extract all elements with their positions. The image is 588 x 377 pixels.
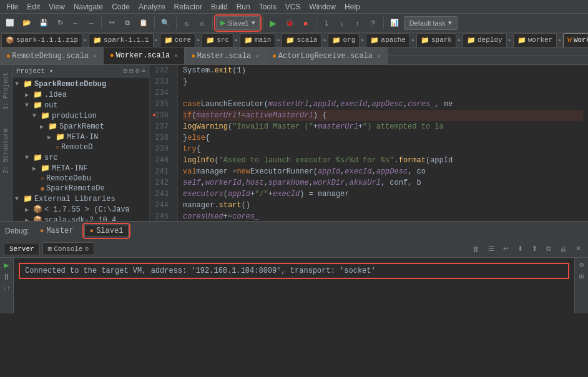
- file-path-deploy[interactable]: 📁 deploy: [463, 33, 507, 47]
- code-line-243[interactable]: executors(appId + "/" + execId) = manage…: [183, 188, 583, 200]
- code-line-242[interactable]: self, workerId, host, sparkHome, workDir…: [183, 177, 583, 188]
- file-path-worker[interactable]: 📁 worker: [513, 33, 557, 47]
- file-path-spark2[interactable]: 📁 spark: [416, 33, 456, 47]
- run-btn[interactable]: ▶: [267, 16, 280, 30]
- layout-icon[interactable]: ⊞: [579, 272, 584, 282]
- tab-master-scala[interactable]: ● Master.scala ✕: [185, 47, 266, 65]
- undo-btn[interactable]: ⎌: [180, 16, 194, 30]
- forward-btn[interactable]: →: [84, 16, 98, 30]
- settings-icon[interactable]: ⚙: [579, 260, 584, 270]
- file-path-main[interactable]: 📁 main: [240, 33, 275, 47]
- code-line-241[interactable]: val manager = new ExecutorRunner(appId, …: [183, 166, 583, 177]
- step-out-btn[interactable]: ↑: [351, 16, 365, 30]
- tree-metain[interactable]: ▶ 📁 META-IN: [12, 132, 149, 142]
- menu-run[interactable]: Run: [233, 1, 254, 12]
- scroll-top-btn[interactable]: ⬆: [529, 243, 541, 255]
- file-path-core[interactable]: 📁 core: [160, 33, 195, 47]
- step-over-btn[interactable]: ⤵: [320, 16, 333, 30]
- slave-run-config-btn[interactable]: ▶ Slave1 ▾: [216, 16, 260, 30]
- menu-help[interactable]: Help: [341, 1, 364, 12]
- tab-actor-log[interactable]: ● ActorLogReceive.scala ✕: [266, 47, 388, 65]
- file-path-src[interactable]: 📁 src: [202, 33, 233, 47]
- coverage-btn[interactable]: 📊: [387, 16, 402, 30]
- code-line-233[interactable]: }: [183, 76, 583, 87]
- project-tab-label[interactable]: 1: Project: [2, 72, 9, 110]
- scroll-end-btn[interactable]: ⬇: [514, 243, 526, 255]
- play-icon[interactable]: ▶: [4, 260, 9, 270]
- tree-production[interactable]: ▼ 📁 production: [12, 110, 149, 121]
- debug-tab-slave1[interactable]: ● Slave1: [84, 225, 129, 237]
- stop-btn[interactable]: ■: [299, 16, 313, 30]
- debug-tab-master[interactable]: ● Master: [34, 225, 79, 237]
- step-into-btn[interactable]: ↓: [335, 16, 349, 30]
- tree-root[interactable]: ▼ 📁 SparkRemoteDebug: [12, 79, 149, 89]
- file-path-org[interactable]: 📁 org: [328, 33, 360, 47]
- worker-scala-close[interactable]: ✕: [174, 52, 178, 59]
- menu-view[interactable]: View: [45, 1, 69, 12]
- tree-idea[interactable]: ▶ 📁 .idea: [12, 89, 149, 100]
- copy-btn[interactable]: ⧉: [120, 16, 134, 30]
- default-task-btn[interactable]: Default task ▾: [404, 16, 458, 30]
- tab-remote-debug[interactable]: ● RemoteDebug.scala ✕: [0, 47, 104, 65]
- actor-log-close[interactable]: ✕: [377, 52, 381, 60]
- step-icon[interactable]: ↓↑: [2, 285, 11, 292]
- code-line-238[interactable]: } else {: [183, 132, 583, 144]
- code-line-234[interactable]: [183, 87, 583, 99]
- code-line-244[interactable]: manager.start(): [183, 200, 583, 211]
- search-btn[interactable]: 🔍: [158, 16, 173, 30]
- tree-sparkremot[interactable]: ▶ 📁 SparkRemot: [12, 121, 149, 132]
- tree-scala-sdk[interactable]: ▶ 📦 scala-sdk-2.10.4: [12, 215, 149, 221]
- close-console-btn[interactable]: ✕: [572, 243, 584, 255]
- menu-analyze[interactable]: Analyze: [135, 1, 169, 12]
- remote-debug-close[interactable]: ✕: [93, 52, 97, 60]
- save-btn[interactable]: 💾: [36, 16, 51, 30]
- tree-ext-libs[interactable]: ▼ 📁 External Libraries: [12, 193, 149, 204]
- menu-file[interactable]: File: [2, 1, 22, 12]
- menu-edit[interactable]: Edit: [23, 1, 44, 12]
- back-btn[interactable]: ←: [69, 16, 82, 30]
- code-line-237[interactable]: logWarning("Invalid Master (" + masterUr…: [183, 121, 583, 132]
- print-btn[interactable]: 🖨: [557, 243, 570, 255]
- menu-vcs[interactable]: VCS: [282, 1, 305, 12]
- sidebar-icon-4[interactable]: ≡: [141, 67, 145, 75]
- cut-btn[interactable]: ✂: [105, 16, 119, 30]
- redo-btn[interactable]: ⎌: [195, 16, 209, 30]
- code-line-240[interactable]: logInfo("Asked to launch executor %s/%d …: [183, 155, 583, 166]
- tree-metainf[interactable]: ▶ 📁 META-INF: [12, 163, 149, 174]
- menu-code[interactable]: Code: [108, 1, 134, 12]
- pause-icon[interactable]: ⏸: [2, 273, 11, 282]
- debug-btn[interactable]: 🐞: [282, 16, 297, 30]
- wrap-btn[interactable]: ↩: [500, 243, 512, 255]
- open-btn[interactable]: 📂: [19, 16, 34, 30]
- console-output-tab[interactable]: ⊞ Console ⚙: [42, 242, 94, 255]
- code-line-239[interactable]: try {: [183, 144, 583, 155]
- file-path-worker-scala[interactable]: W Worker.sca: [563, 33, 588, 47]
- copy-console-btn[interactable]: ⧉: [543, 243, 554, 255]
- master-scala-close[interactable]: ✕: [255, 52, 259, 60]
- new-project-btn[interactable]: ⬜: [2, 16, 17, 30]
- filter-btn[interactable]: ☰: [485, 243, 497, 255]
- sidebar-icon-3[interactable]: ⚙: [135, 67, 140, 75]
- code-line-232[interactable]: System.exit(1): [183, 65, 583, 76]
- tree-sparkremotedebug[interactable]: ▶ ◉ SparkRemoteDe: [12, 184, 149, 193]
- menu-tools[interactable]: Tools: [255, 1, 280, 12]
- code-line-245[interactable]: coresUsed += cores_: [183, 211, 583, 221]
- file-path-zip[interactable]: 📦 spark-1.1.1.zip: [1, 33, 82, 47]
- code-lines[interactable]: System.exit(1) } case LaunchExecutor(mas…: [178, 65, 588, 221]
- sidebar-icon-1[interactable]: ⊞: [124, 67, 128, 75]
- code-line-236[interactable]: if (masterUrl != activeMasterUrl) {: [183, 110, 583, 121]
- tree-remotedebug[interactable]: ▶ ○ RemoteDebu: [12, 174, 149, 184]
- server-tab[interactable]: Server: [4, 243, 40, 255]
- structure-tab-label[interactable]: 2: Structure: [2, 129, 9, 174]
- clear-console-btn[interactable]: 🗑: [469, 243, 483, 255]
- menu-window[interactable]: Window: [305, 1, 340, 12]
- file-path-scala[interactable]: 📁 scala: [282, 33, 321, 47]
- tree-src[interactable]: ▼ 📁 src: [12, 152, 149, 163]
- tab-worker-scala[interactable]: ● Worker.scala ✕: [104, 47, 185, 65]
- tree-java[interactable]: ▶ 📦 < 1.7.55 > (C:\Java: [12, 204, 149, 215]
- menu-build[interactable]: Build: [207, 1, 232, 12]
- tree-out[interactable]: ▼ 📁 out: [12, 100, 149, 110]
- help-btn[interactable]: ?: [366, 16, 380, 30]
- menu-refactor[interactable]: Refactor: [170, 1, 206, 12]
- file-path-spark[interactable]: 📁 spark-1.1.1: [89, 33, 154, 47]
